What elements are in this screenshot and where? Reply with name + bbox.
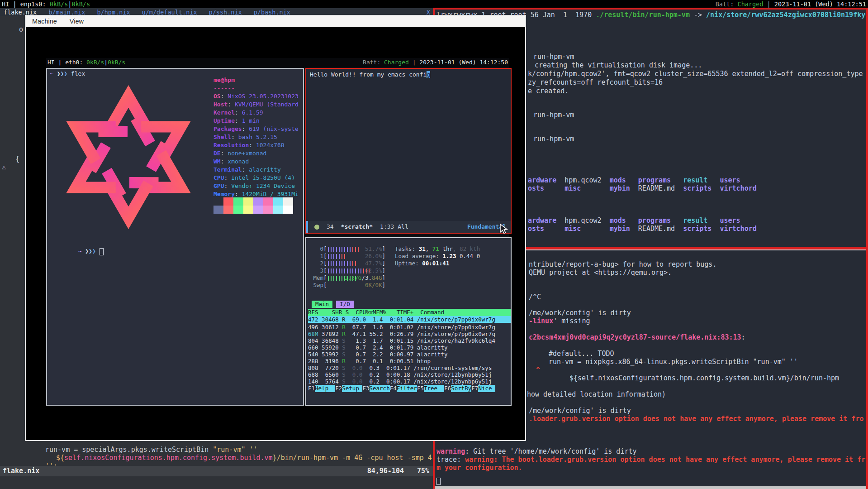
- neofetch-kernel: Kernel: 6.1.59: [213, 109, 299, 117]
- htop-selected-row[interactable]: 472 30468 R 69.0 1.4 0:01.04 /nix/store/…: [308, 316, 511, 323]
- terminal-line: QEMU project at <https://qemu.org>.: [529, 268, 672, 277]
- neofetch-de: DE: none+xmonad: [213, 149, 299, 158]
- htop-meter-1: 1[26.0%]: [311, 253, 385, 260]
- terminal-line: .loader.grub.version option does not hav…: [529, 415, 864, 423]
- terminal-line: k/config/hpm.qcow2', fmt=qcow2 cluster_s…: [528, 70, 863, 78]
- host-battery-clock: Batt: Charged | 2023-11-01 (Wed) 14:12:5…: [716, 0, 866, 8]
- terminal-color-palette: [213, 197, 293, 214]
- htop-fkey-label-F4[interactable]: Filter: [397, 385, 417, 392]
- guest-network-status: HI | eth0: 0kB/s|0kB/s: [47, 58, 125, 67]
- qemu-menu-machine[interactable]: Machine: [32, 16, 57, 27]
- terminal-line: ${self.nixosConfigurations.hpm.config.sy…: [569, 374, 839, 382]
- bottom-edge-strip: [435, 486, 866, 489]
- terminal-line: ${self.nixosConfigurations.hpm.config.sy…: [56, 454, 432, 462]
- editor-cursor-position: 84,96-104: [367, 466, 404, 476]
- terminal-line: /me/work/config' is dirty: [529, 407, 631, 415]
- htop-process-row[interactable]: 140 5764 S 0.0 0.2 0:00.17 /nix/store/12…: [308, 378, 492, 385]
- shell-prompt: ~ ❯❯❯ flex: [50, 70, 85, 78]
- htop-screen-tabs: MainI/O: [312, 301, 354, 308]
- neofetch-resolution: Resolution: 1024x768: [213, 141, 299, 149]
- nixos-logo: [47, 82, 210, 232]
- htop-fkey-label-F7[interactable]: Nice: [478, 385, 492, 392]
- htop-process-row[interactable]: 496 30612 R 67.7 1.6 0:01.02 /nix/store/…: [308, 324, 495, 331]
- terminal-line: run-vm = specialArgs.pkgs.writeScriptBin…: [45, 446, 258, 454]
- palette-swatch: [223, 206, 233, 214]
- terminal-line: trace: warning: The boot.loader.grub.ver…: [436, 455, 866, 464]
- htop-pane[interactable]: 0[51.7%]1[26.0%]2[47.7%]3[62.5%]Mem[2.37…: [305, 237, 512, 406]
- htop-process-row[interactable]: 68M 37892 R 47.1 55.2 0:26.79 /nix/store…: [308, 331, 495, 337]
- terminal-line: m your configuration.: [436, 464, 522, 472]
- htop-process-row[interactable]: 804 36848 S 1.3 1.7 0:01.15 /nix/store/h…: [308, 337, 495, 344]
- guest-screen[interactable]: HI | eth0: 0kB/s|0kB/s Batt: Charged | 2…: [46, 58, 509, 406]
- neofetch-user: me@hpm: [213, 76, 299, 84]
- terminal-line: osts misc mybin README.md scripts virtch…: [528, 184, 757, 192]
- qemu-menu-view[interactable]: View: [70, 16, 84, 27]
- htop-process-row[interactable]: 540 53992 S 0.7 2.2 0:00.97 alacritty: [308, 351, 448, 358]
- htop-fkey-label-F3[interactable]: Search: [370, 385, 390, 392]
- htop-fkey-F7[interactable]: F7: [471, 385, 478, 392]
- htop-process-row[interactable]: 660 55920 S 0.7 2.4 0:01.79 alacritty: [308, 344, 448, 351]
- terminal-line: zy_refcounts=off refcount_bits=16: [528, 78, 663, 86]
- guest-terminal-pane[interactable]: ~ ❯❯❯ flex: [46, 68, 304, 406]
- terminal-line: e created.: [528, 87, 569, 95]
- editor-filename: flake.nix: [3, 466, 39, 476]
- htop-table-header[interactable]: RES SHR S CPU%▽MEM% TIME+ Command: [308, 309, 511, 316]
- guest-battery-clock: Batt: Charged | 2023-11-01 (Wed) 14:12:5…: [363, 58, 508, 67]
- terminal-line: [436, 477, 441, 485]
- emacs-pane[interactable]: Hello World!! from my emacs config 34 *s…: [305, 68, 512, 234]
- neofetch-packages: Packages: 619 (nix-syste: [213, 125, 299, 133]
- editor-fragment: o: [19, 25, 23, 34]
- palette-swatch: [283, 206, 293, 214]
- htop-meter-2: 2[47.7%]: [311, 260, 385, 267]
- terminal-line: creating the virtualisation disk image..…: [531, 61, 702, 69]
- neofetch-uptime: Uptime: 1 min: [213, 117, 299, 125]
- htop-fkey-F5[interactable]: F5: [417, 385, 424, 392]
- terminal-line: run-vm = nixpkgs.x86_64-linux.pkgs.write…: [549, 358, 798, 366]
- editor-fragment: {: [15, 155, 19, 163]
- htop-function-key-bar: F1Help F2Setup F3SearchF4FilterF5Tree F6…: [308, 385, 495, 392]
- palette-swatch: [263, 197, 273, 206]
- palette-swatch: [273, 197, 283, 206]
- htop-process-row[interactable]: 688 6560 S 0.0 0.2 0:00.18 /nix/store/12…: [308, 371, 492, 378]
- htop-fkey-F6[interactable]: F6: [444, 385, 451, 392]
- htop-fkey-label-F5[interactable]: Tree: [424, 385, 444, 392]
- modeline-number: 34: [327, 221, 334, 233]
- htop-meter-3: 3[62.5%]: [311, 267, 385, 274]
- htop-fkey-F1[interactable]: F1: [308, 385, 315, 392]
- palette-swatch: [233, 197, 243, 206]
- palette-swatch: [253, 197, 263, 206]
- neofetch-cpu: CPU: Intel i5-8250U (4): [213, 174, 299, 182]
- htop-tab-io[interactable]: I/O: [336, 301, 354, 308]
- shell-prompt-empty: ~ ❯❯❯: [50, 239, 104, 264]
- htop-meter-0: 0[51.7%]: [311, 245, 385, 253]
- htop-process-row[interactable]: 808 7720 S 0.0 0.3 0:01.17 /run/current-…: [308, 364, 492, 371]
- palette-swatch: [243, 197, 253, 206]
- htop-tab-main[interactable]: Main: [312, 301, 332, 308]
- htop-fkey-label-F1[interactable]: Help: [315, 385, 335, 392]
- guest-status-bar: HI | eth0: 0kB/s|0kB/s Batt: Charged | 2…: [46, 58, 509, 67]
- terminal-line: run-hpm-vm: [533, 111, 574, 119]
- modeline-position: 1:33 All: [380, 221, 408, 233]
- editor-status-bar: flake.nix 84,96-104 75%: [0, 466, 433, 476]
- palette-swatch: [243, 206, 253, 214]
- modeline-buffer-name: *scratch*: [341, 221, 373, 233]
- palette-swatch: [263, 206, 273, 214]
- terminal-line: how detailed location information): [527, 390, 666, 398]
- terminal-line: /me/work/config' is dirty: [529, 309, 631, 317]
- terminal-line: run-hpm-vm: [533, 135, 574, 143]
- terminal-line: run-hpm-vm: [533, 53, 574, 61]
- htop-process-row[interactable]: 288 3196 R 0.7 0.1 0:00.51 htop: [308, 358, 431, 364]
- htop-fkey-F4[interactable]: F4: [390, 385, 397, 392]
- terminal-cursor: [100, 248, 104, 255]
- palette-swatch: [253, 206, 263, 214]
- neofetch-gpu: GPU: Vendor 1234 Device: [213, 182, 299, 190]
- htop-cursor-block: [492, 385, 495, 392]
- htop-fkey-F3[interactable]: F3: [362, 385, 369, 392]
- terminal-line: c2bcsm4xmj0vd0capi9q2yc0yzl87-source/fla…: [529, 333, 745, 341]
- modeline-status-dot-icon: [314, 225, 319, 230]
- neofetch-terminal: Terminal: alacritty: [213, 166, 299, 174]
- htop-fkey-label-F2[interactable]: Setup: [342, 385, 362, 392]
- qemu-vm-window[interactable]: MachineView HI | eth0: 0kB/s|0kB/s Batt:…: [25, 15, 526, 441]
- htop-fkey-F2[interactable]: F2: [335, 385, 342, 392]
- htop-fkey-label-F6[interactable]: SortBy: [451, 385, 471, 392]
